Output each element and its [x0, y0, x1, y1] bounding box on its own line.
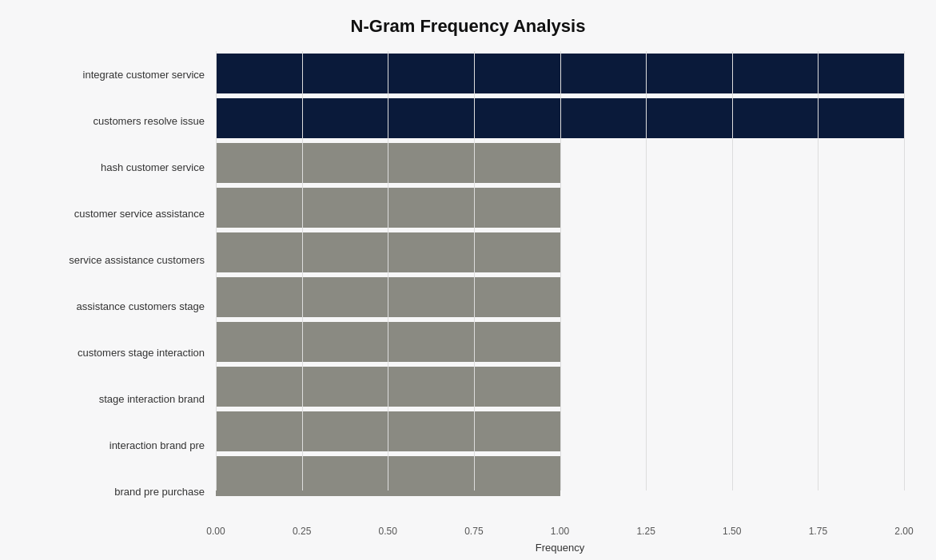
x-tick-label: 2.00	[894, 526, 913, 537]
bar-row	[216, 364, 904, 409]
y-label: assistance customers stage	[32, 283, 209, 329]
chart-area: integrate customer servicecustomers reso…	[32, 51, 904, 514]
bar-row	[216, 185, 904, 230]
bar	[216, 143, 560, 183]
bar	[216, 98, 904, 138]
y-labels: integrate customer servicecustomers reso…	[32, 51, 216, 514]
bar	[216, 411, 560, 451]
y-label: service assistance customers	[32, 236, 209, 283]
bar	[216, 456, 560, 496]
x-axis-label: Frequency	[216, 542, 904, 554]
x-tick-label: 0.25	[293, 526, 311, 537]
y-label: stage interaction brand	[32, 375, 209, 422]
bar	[216, 188, 560, 228]
chart-container: N-Gram Frequency Analysis integrate cust…	[0, 0, 936, 560]
bar	[216, 277, 560, 317]
chart-title: N-Gram Frequency Analysis	[32, 16, 904, 37]
x-tick-label: 1.25	[636, 526, 655, 537]
x-tick-label: 0.75	[464, 526, 483, 537]
x-tick-label: 0.50	[379, 526, 397, 537]
grid-line	[904, 51, 905, 490]
y-label: customers resolve issue	[32, 97, 209, 144]
bar-row	[216, 320, 904, 364]
bar-row	[216, 96, 904, 141]
y-label: integrate customer service	[32, 51, 209, 97]
bar-row	[216, 454, 904, 498]
bars-and-grid: 0.000.250.500.751.001.251.501.752.00 Fre…	[216, 51, 904, 514]
x-tick-label: 1.75	[809, 526, 827, 537]
bar-row	[216, 275, 904, 320]
bar	[216, 367, 560, 407]
y-label: brand pre purchase	[32, 468, 209, 514]
y-label: customer service assistance	[32, 190, 209, 236]
bar	[216, 322, 560, 362]
bar	[216, 54, 904, 93]
y-label: customers stage interaction	[32, 329, 209, 375]
bar-row	[216, 409, 904, 454]
x-tick-label: 1.00	[551, 526, 569, 537]
bar-row	[216, 51, 904, 96]
bar-row	[216, 141, 904, 185]
y-label: hash customer service	[32, 144, 209, 190]
x-tick-label: 0.00	[206, 526, 225, 537]
x-tick-label: 1.50	[723, 526, 741, 537]
bars-wrapper	[216, 51, 904, 522]
y-label: interaction brand pre	[32, 422, 209, 468]
bar-row	[216, 230, 904, 275]
bar	[216, 232, 560, 272]
